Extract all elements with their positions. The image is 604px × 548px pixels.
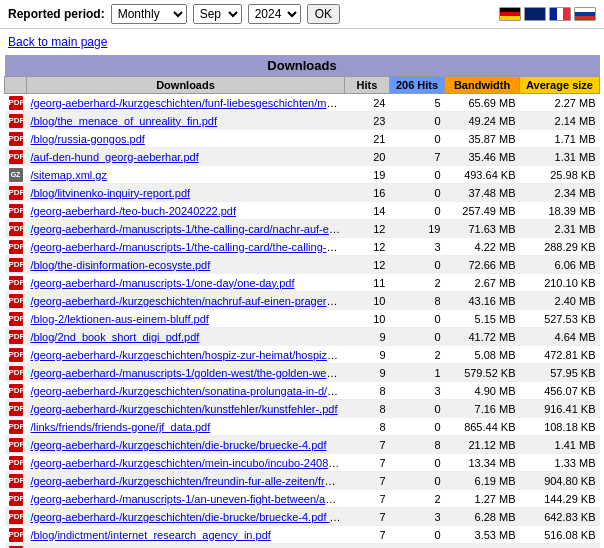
section-title: Downloads — [5, 55, 600, 77]
table-row: PDF/auf-den-hund_georg-aeberhar.pdf20735… — [5, 148, 600, 166]
avgsize-cell: 642.83 KB — [520, 508, 600, 526]
file-link-anchor[interactable]: /georg-aeberhard-/kurzgeschichten/nachru… — [31, 295, 345, 307]
hits206-cell: 2 — [390, 490, 445, 508]
file-link-anchor[interactable]: /georg-aeberhard-/manuscripts-1/golden-w… — [31, 367, 345, 379]
col-header-hits: Hits — [345, 77, 390, 94]
file-link[interactable]: /blog/litvinenko-inquiry-report.pdf — [27, 184, 345, 202]
pdf-icon: PDF — [9, 402, 23, 416]
avgsize-cell: 516.08 KB — [520, 526, 600, 544]
avgsize-cell: 108.18 KB — [520, 418, 600, 436]
hits-cell: 8 — [345, 418, 390, 436]
file-link-anchor[interactable]: /georg-aeberhard-/manuscripts-1/an-uneve… — [31, 493, 345, 505]
avgsize-cell: 6.06 MB — [520, 256, 600, 274]
hits206-cell: 1 — [390, 364, 445, 382]
month-select[interactable]: JanFebMarApr MayJunJulAug SepOctNovDec — [193, 4, 242, 24]
table-row: PDF/georg-aeberhard-/kurzgeschichten/kun… — [5, 400, 600, 418]
file-link-anchor[interactable]: /links/friends/friends-gone/jf_data.pdf — [31, 421, 211, 433]
hits-cell: 7 — [345, 490, 390, 508]
file-link[interactable]: /georg-aeberhard-/kurzgeschichten/funf-l… — [27, 94, 345, 112]
file-link-anchor[interactable]: /blog/2nd_book_short_digi_pdf.pdf — [31, 331, 200, 343]
file-link-anchor[interactable]: /georg-aeberhard-/kurzgeschichten/freund… — [31, 475, 345, 487]
flag-de-icon[interactable] — [499, 7, 521, 21]
file-link-anchor[interactable]: /georg-aeberhard-/kurzgeschichten/mein-i… — [31, 457, 345, 469]
year-select[interactable]: 2024 2023 2022 — [248, 4, 301, 24]
file-link[interactable]: /georg-aeberhard-/manuscripts-1/the-call… — [27, 238, 345, 256]
hits-cell: 6 — [345, 544, 390, 549]
hits-cell: 12 — [345, 220, 390, 238]
file-link-anchor[interactable]: /blog-2/lektionen-aus-einem-bluff.pdf — [31, 313, 209, 325]
avgsize-cell: 1.33 MB — [520, 454, 600, 472]
hits-cell: 16 — [345, 184, 390, 202]
flag-fr-icon[interactable] — [549, 7, 571, 21]
file-link[interactable]: /blog/the-disinformation-ecosyste.pdf — [27, 256, 345, 274]
hits206-cell: 0 — [390, 544, 445, 549]
flag-ru-icon[interactable] — [574, 7, 596, 21]
file-link-anchor[interactable]: /georg-aeberhard-/teo-buch-20240222.pdf — [31, 205, 236, 217]
avgsize-cell: 1.41 MB — [520, 436, 600, 454]
flag-gb-icon[interactable] — [524, 7, 546, 21]
ok-button[interactable]: OK — [307, 4, 340, 24]
file-link-anchor[interactable]: /blog/the_menace_of_unreality_fin.pdf — [31, 115, 218, 127]
pdf-icon: PDF — [9, 276, 23, 290]
file-link-anchor[interactable]: /blog/russia-gongos.pdf — [31, 133, 145, 145]
file-link[interactable]: /georg-aeberhard-/kurzgeschichten/nachru… — [27, 292, 345, 310]
pdf-icon: PDF — [9, 258, 23, 272]
bandwidth-cell: 71.63 MB — [445, 220, 520, 238]
file-link-anchor[interactable]: /auf-den-hund_georg-aeberhar.pdf — [31, 151, 199, 163]
avgsize-cell: 527.53 KB — [520, 310, 600, 328]
hits-cell: 7 — [345, 454, 390, 472]
file-link[interactable]: /blog/the_menace_of_unreality_fin.pdf — [27, 112, 345, 130]
file-link[interactable]: /georg-aeberhard-/teo-buch-20240222.pdf — [27, 202, 345, 220]
file-link[interactable]: /georg-aeberhard-/kurzgeschichten/hospiz… — [27, 346, 345, 364]
nav-bar: Back to main page — [0, 29, 604, 55]
file-link-anchor[interactable]: /georg-aeberhard-/kurzgeschichten/die-br… — [31, 439, 327, 451]
file-link-anchor[interactable]: /blog/the-disinformation-ecosyste.pdf — [31, 259, 211, 271]
period-select[interactable]: Daily Weekly Monthly Quarterly Yearly — [111, 4, 187, 24]
file-link[interactable]: /georg-aeberhard-/kurzgeschichten/die-br… — [27, 436, 345, 454]
file-link-anchor[interactable]: /georg-aeberhard-/kurzgeschichten/funf-l… — [31, 97, 345, 109]
pdf-icon: PDF — [9, 366, 23, 380]
file-link-anchor[interactable]: /georg-aeberhard-/manuscripts-1/the-call… — [31, 241, 345, 253]
file-link-anchor[interactable]: /georg-aeberhard-/manuscripts-1/one-day/… — [31, 277, 295, 289]
file-link[interactable]: /georg-aeberhard-/kurzgeschichten/sonati… — [27, 382, 345, 400]
table-row: PDF/georg-aeberhard-/manuscripts-1/an-un… — [5, 490, 600, 508]
file-link[interactable]: /auf-den-hund_georg-aeberhar.pdf — [27, 148, 345, 166]
pdf-icon: PDF — [9, 330, 23, 344]
file-link-anchor[interactable]: /georg-aeberhard-/kurzgeschichten/kunstf… — [31, 403, 338, 415]
file-link-anchor[interactable]: /blog/indictment/internet_research_agenc… — [31, 529, 271, 541]
file-link[interactable]: /georg-aeberhard-/kurzgeschichten/freund… — [27, 472, 345, 490]
file-link-anchor[interactable]: /georg-aeberhard-/kurzgeschichten/hospiz… — [31, 349, 345, 361]
file-link[interactable]: /blog/russia-gongos.pdf — [27, 130, 345, 148]
file-link[interactable]: /blog-2/bielbienne-portrat-eines.pdf — [27, 544, 345, 549]
table-row: PDF/georg-aeberhard-/kurzgeschichten/son… — [5, 382, 600, 400]
bandwidth-cell: 2.67 MB — [445, 274, 520, 292]
back-link[interactable]: Back to main page — [8, 35, 107, 49]
table-row: PDF/georg-aeberhard-/teo-buch-20240222.p… — [5, 202, 600, 220]
file-link[interactable]: /georg-aeberhard-/manuscripts-1/an-uneve… — [27, 490, 345, 508]
file-link[interactable]: /georg-aeberhard-/kurzgeschichten/kunstf… — [27, 400, 345, 418]
avgsize-cell: 2.31 MB — [520, 220, 600, 238]
file-link[interactable]: /blog/indictment/internet_research_agenc… — [27, 526, 345, 544]
file-link[interactable]: /georg-aeberhard-/kurzgeschichten/mein-i… — [27, 454, 345, 472]
file-link-anchor[interactable]: /georg-aeberhard-/kurzgeschichten/die-br… — [31, 511, 345, 523]
file-link[interactable]: /georg-aeberhard-/manuscripts-1/golden-w… — [27, 364, 345, 382]
file-link[interactable]: /georg-aeberhard-/manuscripts-1/the-call… — [27, 220, 345, 238]
pdf-icon: PDF — [9, 348, 23, 362]
file-link-anchor[interactable]: /georg-aeberhard-/kurzgeschichten/sonati… — [31, 385, 345, 397]
file-link[interactable]: /blog-2/lektionen-aus-einem-bluff.pdf — [27, 310, 345, 328]
file-link[interactable]: /links/friends/friends-gone/jf_data.pdf — [27, 418, 345, 436]
file-link[interactable]: /georg-aeberhard-/manuscripts-1/one-day/… — [27, 274, 345, 292]
hits206-cell: 0 — [390, 112, 445, 130]
file-link[interactable]: /sitemap.xml.gz — [27, 166, 345, 184]
hits-cell: 12 — [345, 238, 390, 256]
file-link[interactable]: /blog/2nd_book_short_digi_pdf.pdf — [27, 328, 345, 346]
col-header-icon — [5, 77, 27, 94]
file-link[interactable]: /georg-aeberhard-/kurzgeschichten/die-br… — [27, 508, 345, 526]
bandwidth-cell: 37.48 MB — [445, 184, 520, 202]
avgsize-cell: 472.81 KB — [520, 346, 600, 364]
hits-cell: 11 — [345, 274, 390, 292]
bandwidth-cell: 4.90 MB — [445, 382, 520, 400]
file-link-anchor[interactable]: /georg-aeberhard-/manuscripts-1/the-call… — [31, 223, 345, 235]
file-link-anchor[interactable]: /sitemap.xml.gz — [31, 169, 107, 181]
file-link-anchor[interactable]: /blog/litvinenko-inquiry-report.pdf — [31, 187, 191, 199]
